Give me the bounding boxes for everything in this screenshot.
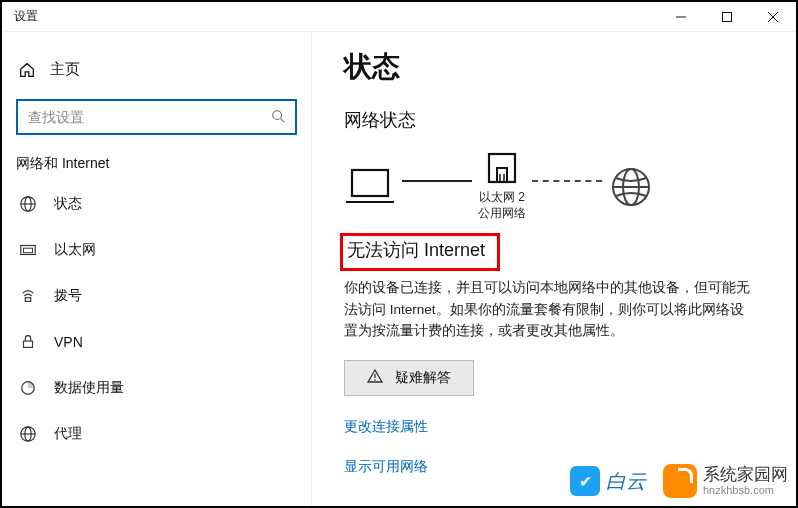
svg-line-5 [281,118,285,122]
sidebar-item-ethernet[interactable]: 以太网 [12,227,301,273]
search-box[interactable] [16,99,297,135]
section-title: 网络状态 [344,108,776,132]
router-label: 以太网 2 公用网络 [478,190,526,221]
svg-rect-20 [497,168,507,182]
minimize-button[interactable] [658,2,704,32]
home-label: 主页 [50,60,80,79]
maximize-button[interactable] [704,2,750,32]
troubleshoot-button[interactable]: 疑难解答 [344,360,474,396]
svg-point-27 [374,380,376,382]
svg-rect-17 [352,170,388,196]
sidebar-item-proxy[interactable]: 代理 [12,411,301,457]
main-content: 状态 网络状态 以太网 2 公用网络 [312,32,796,506]
connection-solid-line [402,180,472,182]
dialup-icon [18,287,38,305]
window-controls [658,2,796,32]
svg-rect-10 [24,248,33,253]
page-title: 状态 [344,48,776,86]
sidebar-item-vpn[interactable]: VPN [12,319,301,365]
vpn-icon [18,333,38,351]
router-icon: 以太网 2 公用网络 [478,152,526,221]
change-connection-properties-link[interactable]: 更改连接属性 [344,418,776,436]
warning-icon [367,368,383,387]
window-body: 主页 网络和 Internet 状态 以太网 [2,32,796,506]
ethernet-icon [18,241,38,259]
svg-rect-1 [723,12,732,21]
search-input[interactable] [28,109,268,125]
ethernet-name: 以太网 2 [478,190,526,206]
troubleshoot-label: 疑难解答 [395,369,451,387]
watermark-xtjy-title: 系统家园网 [703,466,788,485]
network-status-heading: 无法访问 Internet [347,238,485,262]
watermark-baiyun-text: 白云 [606,468,646,495]
window-title: 设置 [14,8,38,25]
settings-window: 设置 主页 网络和 Internet [0,0,798,508]
internet-globe-icon [608,164,654,210]
network-status-description: 你的设备已连接，并且可以访问本地网络中的其他设备，但可能无法访问 Interne… [344,277,754,342]
sidebar: 主页 网络和 Internet 状态 以太网 [2,32,312,506]
connection-dashed-line [532,180,602,182]
bird-icon: ✔ [570,466,600,496]
watermark-baiyun: ✔ 白云 [570,466,646,496]
close-button[interactable] [750,2,796,32]
search-icon [271,109,285,126]
watermark-xtjy-logo [663,464,697,498]
title-bar: 设置 [2,2,796,32]
network-type: 公用网络 [478,206,526,222]
status-icon [18,195,38,213]
svg-rect-12 [24,341,33,347]
sidebar-item-label: VPN [54,334,83,350]
watermark-xtjy: 系统家园网 hnzkhbsb.com [663,464,788,498]
sidebar-item-label: 状态 [54,195,82,213]
home-icon [18,61,36,79]
svg-point-4 [273,110,282,119]
home-nav[interactable]: 主页 [12,52,301,93]
svg-rect-11 [25,298,30,302]
annotation-highlight: 无法访问 Internet [340,233,500,271]
sidebar-item-label: 代理 [54,425,82,443]
sidebar-group-title: 网络和 Internet [12,153,301,181]
sidebar-item-status[interactable]: 状态 [12,181,301,227]
proxy-icon [18,425,38,443]
sidebar-item-label: 以太网 [54,241,96,259]
network-diagram: 以太网 2 公用网络 [344,152,776,221]
sidebar-item-label: 拨号 [54,287,82,305]
sidebar-item-dialup[interactable]: 拨号 [12,273,301,319]
sidebar-item-data-usage[interactable]: 数据使用量 [12,365,301,411]
device-icon [344,166,396,208]
datausage-icon [18,379,38,397]
sidebar-item-label: 数据使用量 [54,379,124,397]
watermark-xtjy-url: hnzkhbsb.com [703,484,788,496]
